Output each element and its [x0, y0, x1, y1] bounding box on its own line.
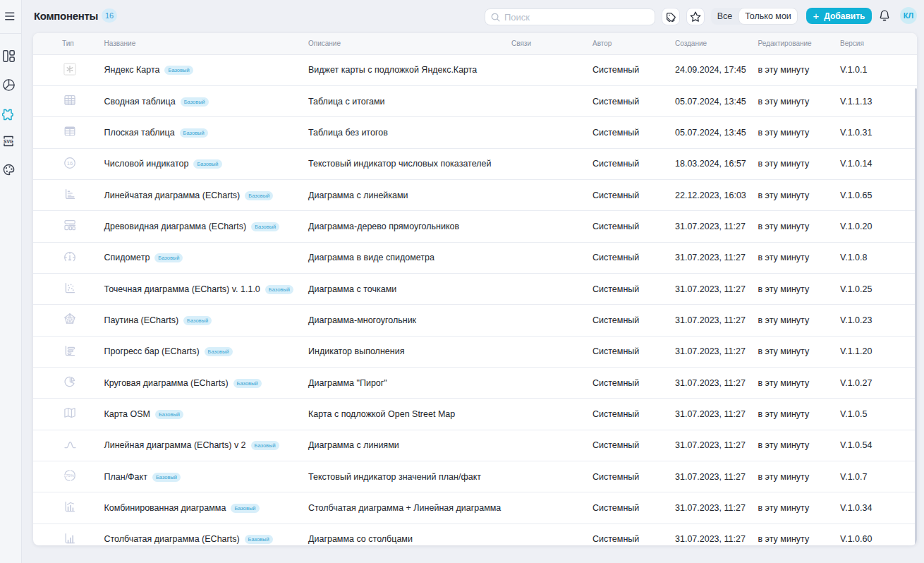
svg-text:SVG: SVG — [4, 139, 13, 144]
svg-text:16: 16 — [67, 159, 73, 166]
svg-text:75%: 75% — [66, 473, 74, 478]
